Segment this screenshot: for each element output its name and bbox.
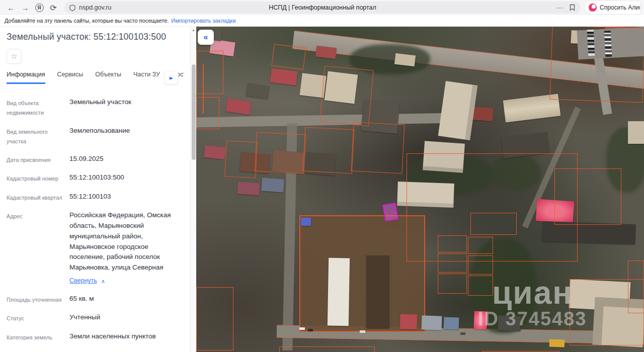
building [328, 258, 350, 326]
parcel-fields: Вид объекта недвижимостиЗемельный участо… [7, 97, 184, 352]
building [366, 255, 389, 328]
forward-button[interactable]: → [18, 2, 32, 14]
parcel-line [438, 274, 467, 294]
parcel-line [279, 346, 375, 352]
parcel-line [554, 168, 621, 225]
field-row: Вид объекта недвижимостиЗемельный участо… [7, 97, 184, 118]
building [204, 145, 226, 159]
building [246, 83, 269, 99]
parcel-line [468, 255, 493, 275]
chevron-right-icon: ▶ [170, 75, 173, 80]
parcel-line [549, 27, 644, 103]
parcel-line [468, 237, 493, 254]
tab-servisy[interactable]: Сервисы [57, 71, 84, 82]
parcel-line [303, 127, 354, 173]
parcel-line [255, 132, 306, 173]
field-row: СтатусУчтенный [7, 312, 184, 323]
field-row-address: Адрес Российская Федерация, Омская облас… [7, 210, 184, 286]
building [438, 81, 478, 140]
panel-scrollbar[interactable]: ▲ [190, 27, 196, 352]
alice-button[interactable]: Спросить Алису [585, 1, 640, 14]
panel-tabs: Информация Сервисы Объекты Части ЗУ Сост… [7, 71, 184, 86]
favorite-star-button[interactable]: ☆ [7, 49, 22, 64]
parcel-line [438, 235, 467, 252]
more-actions-icon[interactable]: ⋯ [556, 4, 564, 12]
building [270, 68, 297, 85]
vehicle [299, 327, 305, 330]
selected-parcel[interactable] [382, 203, 398, 221]
url-text: nspd.gov.ru [79, 4, 111, 11]
parcel-line [468, 276, 493, 296]
parcel-panel-title: Земельный участок: 55:12:100103:500 [7, 32, 184, 42]
site-security-icon[interactable] [69, 5, 75, 11]
building-pink-roof [473, 311, 487, 330]
vehicle [360, 330, 365, 333]
tabs-scroll-right-button[interactable]: ▶ [165, 71, 178, 84]
refresh-button[interactable]: ⟳ [46, 2, 60, 14]
parcel-line [196, 51, 223, 94]
vehicle [308, 329, 313, 331]
yandex-tableau-icon[interactable]: Я [32, 2, 46, 14]
tab-chasti-zu[interactable]: Части ЗУ [133, 71, 160, 82]
panel-collapse-button[interactable]: « [198, 30, 214, 45]
scrollbar-up-icon[interactable]: ▲ [192, 28, 195, 32]
building [225, 99, 251, 115]
tab-obekty[interactable]: Объекты [95, 71, 121, 82]
building [399, 314, 417, 329]
building [237, 182, 260, 195]
vehicle-yellow [549, 339, 565, 347]
parcel-line [570, 279, 644, 345]
bookmarks-bar: Добавляйте на эту панель сайты, которые … [0, 15, 644, 27]
building [315, 46, 337, 59]
vehicle [460, 332, 465, 335]
parcel-info-panel: Земельный участок: 55:12:100103:500 ☆ Ин… [0, 27, 196, 352]
field-row: Кадастровый номер55:12:100103:500 [7, 172, 184, 184]
browser-toolbar: ← → Я ⟳ nspd.gov.ru НСПД | Геоинформацио… [0, 0, 644, 15]
parcel-line [470, 213, 517, 235]
bookmark-icon[interactable] [569, 4, 576, 11]
field-row: Дата присвоения15.09.2025 [7, 154, 184, 165]
parcel-line [351, 122, 405, 173]
alice-icon [589, 4, 597, 12]
parcel-line [196, 97, 219, 129]
parcel-line [203, 64, 204, 114]
building [498, 315, 521, 331]
scrollbar-thumb[interactable] [192, 64, 196, 160]
field-row: Кадастровый квартал55:12:100103 [7, 192, 184, 203]
alice-label: Спросить Алису [600, 4, 640, 11]
building [394, 53, 416, 67]
star-icon: ☆ [11, 52, 17, 61]
building [301, 218, 311, 226]
parcel-line [196, 287, 233, 350]
import-bookmarks-link[interactable]: Импортировать закладки [171, 18, 235, 24]
bookmarks-hint: Добавляйте на эту панель сайты, которые … [5, 18, 169, 24]
parcel-line [224, 140, 258, 178]
address-value: Российская Федерация, Омская область, Ма… [69, 211, 171, 272]
chevron-up-icon[interactable]: ∧ [101, 277, 105, 286]
address-bar[interactable]: nspd.gov.ru НСПД | Геоинформационный пор… [64, 2, 581, 14]
cadastral-map[interactable]: циан ID 3745483 « [196, 27, 644, 352]
back-button[interactable]: ← [4, 2, 18, 14]
page-title: НСПД | Геоинформационный портал [64, 4, 581, 11]
yandex-logo-icon: Я [35, 4, 44, 12]
building [444, 317, 459, 329]
address-collapse-link[interactable]: Свернуть [69, 276, 97, 286]
parcel-line [319, 66, 373, 126]
field-row: Площадь уточненная65 кв. м [7, 294, 184, 305]
double-chevron-left-icon: « [204, 33, 208, 42]
field-row: Вид разрешенного использованияхранение а… [7, 350, 184, 352]
parcel-line [272, 44, 306, 69]
tab-informatsiya[interactable]: Информация [7, 71, 45, 84]
building [422, 315, 442, 330]
field-row: Категория земельЗемли населенных пунктов [7, 331, 184, 342]
building [261, 178, 284, 192]
building [628, 121, 644, 144]
field-row: Вид земельного участкаЗемлепользование [7, 126, 184, 147]
parcel-line [438, 253, 467, 273]
